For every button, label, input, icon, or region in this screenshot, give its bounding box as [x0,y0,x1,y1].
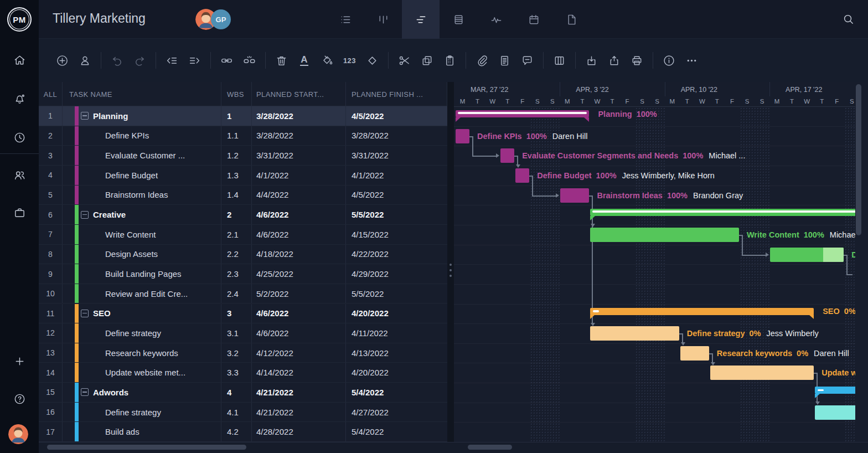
row-number[interactable]: 8 [39,245,63,264]
planned-finish-cell[interactable]: 4/22/2022 [346,245,447,264]
home-icon[interactable] [8,49,30,71]
planned-start-cell[interactable]: 5/2/2022 [252,284,346,303]
print-button[interactable] [626,49,648,71]
table-row[interactable]: 13Research keywords3.24/12/20224/13/2022 [39,343,447,363]
planned-finish-cell[interactable]: 4/11/2022 [346,323,447,343]
view-tab-sheet[interactable] [440,0,477,39]
indent-button[interactable] [183,49,206,71]
view-tab-document[interactable] [552,0,590,39]
summary-bar[interactable] [590,209,855,216]
column-header-planned-finish-[interactable]: PLANNED FINISH ... [346,82,447,106]
task-bar[interactable] [456,129,469,143]
planned-finish-cell[interactable]: 5/4/2022 [346,422,447,441]
table-row[interactable]: 3Evaluate Customer ...1.23/31/20223/31/2… [39,146,447,166]
planned-finish-cell[interactable]: 3/31/2022 [346,146,447,165]
wbs-cell[interactable]: 1.3 [221,166,252,185]
task-bar[interactable] [770,248,844,262]
planned-finish-cell[interactable]: 5/5/2022 [346,205,447,224]
task-name-cell[interactable]: Review and Edit Cre... [63,284,221,303]
task-bar[interactable] [590,326,679,341]
row-number[interactable]: 13 [39,343,63,363]
column-header-all[interactable]: ALL [39,82,63,106]
collapse-icon[interactable] [81,310,89,317]
planned-finish-cell[interactable]: 4/15/2022 [346,225,447,244]
row-number[interactable]: 14 [39,363,63,382]
planned-finish-cell[interactable]: 5/4/2022 [346,383,447,402]
table-row[interactable]: 2Define KPIs1.13/28/20223/28/2022 [39,126,447,146]
planned-finish-cell[interactable]: 4/20/2022 [346,363,447,382]
summary-bar[interactable] [815,387,855,394]
columns-button[interactable] [548,49,571,71]
outdent-button[interactable] [161,49,183,71]
table-row[interactable]: 9Build Landing Pages2.34/25/20224/29/202… [39,264,447,284]
redo-button[interactable] [128,49,151,71]
pm-logo[interactable]: PM [7,7,32,32]
wbs-cell[interactable]: 1 [221,106,252,126]
planned-finish-cell[interactable]: 4/29/2022 [346,264,447,284]
font-color-button[interactable]: A [293,49,316,71]
row-number[interactable]: 4 [39,166,63,185]
table-row[interactable]: 10Review and Edit Cre...2.45/2/20225/5/2… [39,284,447,304]
number-format-button[interactable]: 123 [338,49,361,71]
fill-color-button[interactable] [316,49,338,71]
planned-finish-cell[interactable]: 4/20/2022 [346,304,447,323]
summary-bar[interactable] [456,110,589,117]
attachment-button[interactable] [471,49,493,71]
planned-start-cell[interactable]: 4/14/2022 [252,363,346,382]
task-name-cell[interactable]: Build Landing Pages [63,264,221,284]
wbs-cell[interactable]: 4 [221,383,252,402]
task-name-cell[interactable]: Adwords [63,383,221,402]
table-row[interactable]: 6Creative24/6/20225/5/2022 [39,205,447,225]
planned-start-cell[interactable]: 4/1/2022 [252,166,346,185]
row-number[interactable]: 16 [39,403,63,422]
summary-bar[interactable] [590,308,814,315]
table-row[interactable]: 11SEO34/6/20224/20/2022 [39,304,447,324]
gantt-horizontal-scrollbar[interactable] [468,445,512,450]
table-row[interactable]: 17Build ads4.24/28/20225/4/2022 [39,422,447,442]
view-tab-list[interactable] [327,0,364,39]
planned-finish-cell[interactable]: 4/27/2022 [346,403,447,422]
task-name-cell[interactable]: Build ads [63,422,221,441]
table-row[interactable]: 8Design Assets2.24/18/20224/22/2022 [39,245,447,265]
planned-start-cell[interactable]: 4/25/2022 [252,264,346,284]
collapse-icon[interactable] [81,112,89,120]
planned-finish-cell[interactable]: 4/13/2022 [346,343,447,363]
planned-start-cell[interactable]: 3/28/2022 [252,126,346,146]
task-name-cell[interactable]: Planning [63,106,221,126]
wbs-cell[interactable]: 2.2 [221,245,252,264]
planned-start-cell[interactable]: 4/18/2022 [252,245,346,264]
planned-start-cell[interactable]: 4/6/2022 [252,304,346,323]
wbs-cell[interactable]: 2.1 [221,225,252,244]
export-button[interactable] [603,49,626,71]
planned-finish-cell[interactable]: 4/5/2022 [346,186,447,205]
wbs-cell[interactable]: 4.2 [221,422,252,441]
table-row[interactable]: 16Define strategy4.14/21/20224/27/2022 [39,403,447,423]
assign-button[interactable] [74,49,96,71]
task-bar[interactable] [515,168,529,183]
wbs-cell[interactable]: 2 [221,205,252,224]
planned-start-cell[interactable]: 3/31/2022 [252,146,346,165]
planned-start-cell[interactable]: 4/28/2022 [252,422,346,441]
more-button[interactable] [680,49,703,71]
planned-start-cell[interactable]: 3/28/2022 [252,106,346,126]
unlink-button[interactable] [238,49,261,71]
planned-finish-cell[interactable]: 5/5/2022 [346,284,447,303]
task-name-cell[interactable]: Define strategy [63,403,221,422]
collapse-icon[interactable] [81,211,89,219]
wbs-cell[interactable]: 1.2 [221,146,252,165]
task-name-cell[interactable]: Define Budget [63,166,221,185]
paste-button[interactable] [438,49,461,71]
row-number[interactable]: 5 [39,186,63,205]
search-icon[interactable] [842,13,855,25]
task-name-cell[interactable]: Define strategy [63,323,221,343]
task-name-cell[interactable]: Design Assets [63,245,221,264]
row-number[interactable]: 1 [39,106,63,126]
delete-button[interactable] [270,49,293,71]
cut-button[interactable] [393,49,416,71]
undo-button[interactable] [106,49,128,71]
planned-finish-cell[interactable]: 3/28/2022 [346,126,447,146]
panel-resize-divider[interactable] [447,82,454,442]
team-icon[interactable] [8,164,30,186]
add-task-button[interactable] [51,49,74,71]
notes-button[interactable] [493,49,516,71]
